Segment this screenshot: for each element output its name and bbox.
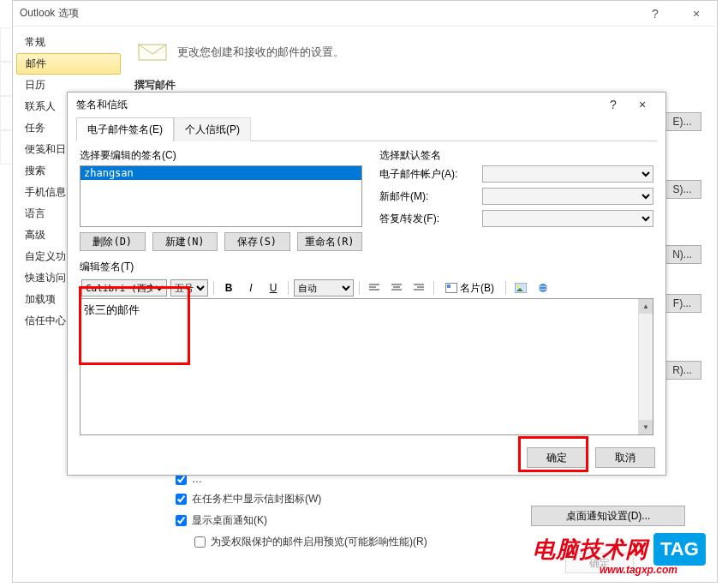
align-left-button[interactable] [365, 279, 384, 296]
newmail-select[interactable] [482, 188, 653, 205]
watermark-logo: 电脑技术网 TAG [533, 533, 706, 566]
logo-text: 电脑技术网 [533, 535, 648, 565]
new-button[interactable]: 新建(N) [152, 232, 218, 251]
main-header-text: 更改您创建和接收的邮件的设置。 [177, 45, 344, 60]
right-btn-s[interactable]: S)... [663, 180, 701, 199]
section-compose: 撰写邮件 [134, 78, 707, 93]
cb-rights-preview[interactable] [194, 536, 206, 548]
signature-list[interactable]: zhangsan [80, 165, 362, 227]
logo-url: www.tagxp.com [600, 564, 677, 576]
close-button[interactable]: × [683, 7, 710, 21]
tab-email-signature[interactable]: 电子邮件签名(E) [76, 117, 174, 141]
ok-button[interactable]: 确定 [527, 447, 587, 468]
cb-desktop-label: 显示桌面通知(K) [192, 513, 267, 528]
business-card-button[interactable]: 名片(B) [439, 279, 500, 296]
right-btn-n[interactable]: N)... [663, 245, 701, 264]
size-select[interactable]: 五号 [170, 279, 208, 296]
svg-rect-10 [515, 283, 527, 293]
signature-editor[interactable] [80, 298, 653, 435]
signature-list-item[interactable]: zhangsan [81, 166, 361, 180]
align-center-button[interactable] [387, 279, 406, 296]
tag-box: TAG [653, 533, 706, 566]
desktop-notif-settings-button[interactable]: 桌面通知设置(D)... [531, 506, 685, 526]
cancel-button[interactable]: 取消 [595, 447, 655, 468]
rename-button[interactable]: 重命名(R) [297, 232, 363, 251]
newmail-label: 新邮件(M): [379, 189, 482, 204]
sig-titlebar: 签名和信纸 ? × [68, 93, 665, 117]
right-btn-r[interactable]: R)... [663, 361, 701, 380]
account-label: 电子邮件帐户(A): [379, 167, 482, 182]
sig-help-button[interactable]: ? [599, 98, 628, 111]
right-btn-e[interactable]: E)... [663, 112, 701, 131]
cb-taskbar-envelope[interactable] [176, 494, 187, 505]
cb-desktop-notif[interactable] [176, 515, 187, 526]
left-tab-strip [0, 27, 12, 285]
cb-taskbar-label: 在任务栏中显示信封图标(W) [192, 492, 321, 506]
reply-label: 答复/转发(F): [379, 212, 482, 226]
reply-select[interactable] [482, 210, 653, 227]
sidebar-item-general[interactable]: 常规 [16, 32, 121, 53]
image-button[interactable] [511, 279, 530, 296]
sig-toolbar: Calibri (西文] 五号 B I U 自动 名片(B) [80, 278, 653, 298]
save-button[interactable]: 保存(S) [224, 232, 290, 251]
editor-scrollbar[interactable]: ▲ ▼ [638, 299, 653, 434]
titlebar: Outlook 选项 ? × [13, 1, 717, 27]
sig-title: 签名和信纸 [76, 98, 599, 112]
underline-button[interactable]: U [264, 279, 283, 296]
default-signature-label: 选择默认签名 [379, 148, 653, 163]
delete-button[interactable]: 删除(D) [80, 232, 146, 251]
sig-close-button[interactable]: × [628, 98, 657, 111]
window-title: Outlook 选项 [20, 6, 641, 21]
cb-rights-label: 为受权限保护的邮件启用预览(可能影响性能)(R) [211, 535, 427, 549]
scroll-up-icon[interactable]: ▲ [639, 299, 653, 314]
tab-personal-stationery[interactable]: 个人信纸(P) [174, 117, 251, 141]
signature-dialog: 签名和信纸 ? × 电子邮件签名(E) 个人信纸(P) 选择要编辑的签名(C) … [67, 92, 666, 476]
select-signature-label: 选择要编辑的签名(C) [80, 148, 362, 163]
edit-signature-label: 编辑签名(T) [80, 260, 653, 274]
help-button[interactable]: ? [641, 7, 669, 21]
scroll-down-icon[interactable]: ▼ [639, 420, 653, 434]
font-select[interactable]: Calibri (西文] [81, 279, 167, 296]
svg-point-12 [539, 284, 547, 292]
color-select[interactable]: 自动 [294, 279, 354, 296]
vcard-icon [445, 283, 457, 293]
svg-point-11 [517, 285, 520, 288]
sidebar-item-mail[interactable]: 邮件 [16, 53, 121, 75]
hyperlink-button[interactable] [534, 279, 552, 296]
mail-icon [138, 42, 167, 63]
bold-button[interactable]: B [219, 279, 238, 296]
account-select[interactable] [482, 165, 653, 183]
right-btn-f[interactable]: F)... [663, 294, 701, 313]
italic-button[interactable]: I [242, 279, 260, 296]
align-right-button[interactable] [409, 279, 428, 296]
